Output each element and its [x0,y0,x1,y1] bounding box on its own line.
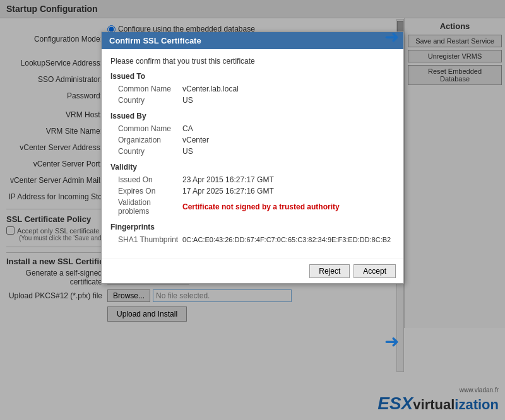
modal-header: Confirm SSL Certificate [102,32,403,49]
issued-by-section: Issued By Common Name CA Organization vC… [110,112,395,158]
sha1-val: 0C:AC:E0:43:26:DD:67:4F:C7:0C:65:C3:82:3… [182,235,393,245]
issued-by-org-key: Organization [112,135,181,145]
table-row: SHA1 Thumbprint 0C:AC:E0:43:26:DD:67:4F:… [112,235,393,245]
validity-warn-key: Validation problems [112,197,181,216]
arrow-save-annotation: ➜ [384,26,399,47]
issued-by-country-val: US [182,146,393,156]
issued-by-table: Common Name CA Organization vCenter Coun… [110,122,395,158]
issued-by-title: Issued By [110,112,395,120]
validity-section: Validity Issued On 23 Apr 2015 16:27:17 … [110,163,395,218]
validity-warn-val: Certificate not signed by a trusted auth… [182,197,393,216]
issued-to-country-val: US [182,95,393,105]
issued-to-section: Issued To Common Name vCenter.lab.local … [110,72,395,107]
table-row: Expires On 17 Apr 2025 16:27:16 GMT [112,186,393,196]
fingerprints-table: SHA1 Thumbprint 0C:AC:E0:43:26:DD:67:4F:… [110,233,395,246]
fingerprints-section: Fingerprints SHA1 Thumbprint 0C:AC:E0:43… [110,223,395,246]
modal-footer: Reject Accept [102,259,403,283]
table-row: Validation problems Certificate not sign… [112,197,393,216]
accept-button[interactable]: Accept [354,264,396,278]
modal-body: Please confirm that you trust this certi… [102,49,403,259]
reject-button[interactable]: Reject [309,264,350,278]
modal-intro: Please confirm that you trust this certi… [110,57,395,66]
table-row: Common Name vCenter.lab.local [112,84,393,94]
table-row: Common Name CA [112,124,393,134]
validity-table: Issued On 23 Apr 2015 16:27:17 GMT Expir… [110,173,395,218]
issued-to-table: Common Name vCenter.lab.local Country US [110,83,395,107]
table-row: Organization vCenter [112,135,393,145]
issued-to-cn-val: vCenter.lab.local [182,84,393,94]
confirm-ssl-modal: Confirm SSL Certificate Please confirm t… [101,32,404,284]
validity-expires-key: Expires On [112,186,181,196]
table-row: Country US [112,146,393,156]
table-row: Issued On 23 Apr 2015 16:27:17 GMT [112,175,393,185]
page-wrapper: Startup Configuration Configuration Mode… [0,0,505,420]
validity-title: Validity [110,163,395,172]
issued-by-country-key: Country [112,146,181,156]
arrow-accept-annotation: ➜ [384,331,399,352]
issued-by-cn-val: CA [182,124,393,134]
issued-to-title: Issued To [110,72,395,81]
issued-to-cn-key: Common Name [112,84,181,94]
issued-by-cn-key: Common Name [112,124,181,134]
fingerprints-title: Fingerprints [110,223,395,231]
sha1-key: SHA1 Thumbprint [112,235,181,245]
issued-to-country-key: Country [112,95,181,105]
table-row: Country US [112,95,393,105]
modal-overlay: Confirm SSL Certificate Please confirm t… [0,0,505,420]
validity-issued-key: Issued On [112,175,181,185]
validity-expires-val: 17 Apr 2025 16:27:16 GMT [182,186,393,196]
validity-issued-val: 23 Apr 2015 16:27:17 GMT [182,175,393,185]
issued-by-org-val: vCenter [182,135,393,145]
